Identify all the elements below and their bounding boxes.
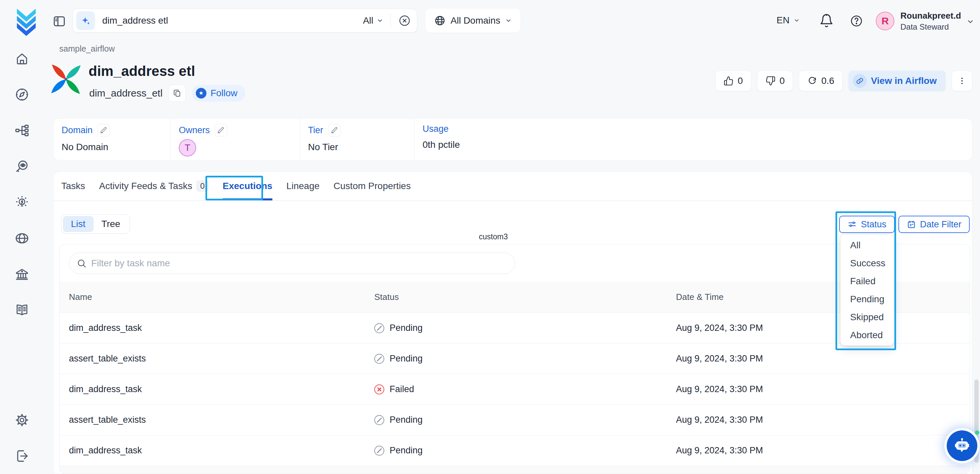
- status-label: Pending: [390, 415, 423, 425]
- score-value: 0.6: [821, 76, 834, 86]
- sidebar-toggle-icon[interactable]: [52, 14, 66, 28]
- notifications-bell-icon[interactable]: [819, 13, 834, 28]
- execution-datetime: Aug 9, 2024, 3:30 PM: [676, 415, 970, 425]
- owners-label: Owners: [179, 125, 210, 135]
- failed-status-icon: [374, 385, 384, 394]
- global-search-input[interactable]: [102, 15, 363, 26]
- entity-content-card: Tasks Activity Feeds & Tasks 0 Execution…: [53, 172, 972, 474]
- sidebar-logout-icon[interactable]: [15, 449, 29, 463]
- page-title: dim_address etl: [89, 63, 195, 79]
- tab-activity-feeds[interactable]: Activity Feeds & Tasks 0: [99, 172, 209, 200]
- owners-section: Owners T: [171, 119, 300, 160]
- domain-value: No Domain: [62, 142, 170, 153]
- copy-icon[interactable]: [169, 84, 186, 102]
- sidebar-insights-bulb-icon[interactable]: [15, 195, 29, 210]
- table-row[interactable]: dim_address_taskPendingAug 9, 2024, 3:30…: [60, 435, 970, 466]
- refresh-icon: [807, 76, 817, 86]
- edit-domain-icon[interactable]: [97, 124, 110, 137]
- more-options-button[interactable]: [952, 71, 972, 91]
- date-filter-button[interactable]: Date Filter: [899, 216, 970, 233]
- global-search-bar: All: [73, 9, 417, 33]
- sidebar-domains-globe-icon[interactable]: [15, 231, 29, 246]
- tab-lineage[interactable]: Lineage: [286, 172, 320, 200]
- domain-label: Domain: [62, 125, 92, 135]
- sidebar-home-icon[interactable]: [15, 51, 29, 66]
- status-label: Pending: [390, 353, 423, 364]
- entity-actions: 0 0 0.6 View in Airflow: [715, 71, 972, 91]
- follow-label: Follow: [210, 88, 237, 99]
- execution-datetime: Aug 9, 2024, 3:30 PM: [676, 353, 970, 364]
- user-avatar-initial: R: [881, 15, 889, 27]
- ai-sparkle-icon[interactable]: [76, 11, 95, 30]
- edit-owners-icon[interactable]: [215, 124, 227, 137]
- status-option-skipped[interactable]: Skipped: [840, 308, 894, 326]
- toggle-list[interactable]: List: [63, 216, 94, 232]
- follow-button[interactable]: Follow: [192, 85, 245, 102]
- table-row[interactable]: dim_address_taskPendingAug 9, 2024, 3:30…: [60, 313, 970, 343]
- external-link-icon: [853, 74, 867, 88]
- table-row[interactable]: dim_address_taskFailedAug 9, 2024, 3:30 …: [60, 374, 970, 404]
- user-menu-chevron-icon[interactable]: [966, 17, 974, 25]
- usage-value: 0th pctile: [423, 140, 972, 150]
- view-in-airflow-button[interactable]: View in Airflow: [848, 71, 946, 91]
- all-domains-dropdown[interactable]: All Domains: [426, 9, 520, 33]
- status-filter-button[interactable]: Status: [839, 216, 895, 233]
- status-cell: Pending: [374, 323, 676, 333]
- column-header-datetime: Date & Time: [676, 292, 970, 302]
- sidebar-observability-icon[interactable]: [15, 159, 29, 174]
- task-filter-input[interactable]: [91, 258, 508, 269]
- app-logo-icon[interactable]: [15, 7, 38, 36]
- edit-tier-icon[interactable]: [328, 124, 340, 137]
- entity-name: dim_address_etl: [89, 87, 162, 99]
- language-selector[interactable]: EN: [776, 15, 800, 25]
- status-option-pending[interactable]: Pending: [840, 290, 894, 308]
- sidebar-govern-bank-icon[interactable]: [15, 267, 29, 282]
- status-option-aborted[interactable]: Aborted: [840, 326, 894, 344]
- task-name: assert_table_exists: [60, 353, 374, 364]
- upvote-button[interactable]: 0: [715, 71, 751, 91]
- sidebar-glossary-book-icon[interactable]: [15, 303, 29, 318]
- tab-custom-properties[interactable]: Custom Properties: [334, 172, 411, 200]
- task-name: dim_address_task: [60, 445, 374, 456]
- tier-section: Tier No Tier: [300, 119, 415, 160]
- downvote-button[interactable]: 0: [757, 71, 793, 91]
- toggle-tree[interactable]: Tree: [94, 216, 129, 232]
- status-label: Pending: [390, 445, 423, 456]
- status-cell: Pending: [374, 353, 676, 364]
- kebab-menu-icon: [958, 76, 966, 85]
- sidebar-lineage-flow-icon[interactable]: [15, 123, 29, 138]
- user-name: Rounakpreet.d: [900, 11, 961, 21]
- owner-avatar[interactable]: T: [179, 139, 196, 156]
- status-label: Failed: [390, 384, 414, 394]
- pending-status-icon: [374, 446, 384, 456]
- tier-value: No Tier: [308, 142, 414, 153]
- search-icon: [76, 258, 87, 268]
- search-clear-icon[interactable]: [398, 14, 411, 27]
- activity-count-badge: 0: [196, 180, 208, 192]
- chatbot-fab-button[interactable]: [947, 430, 977, 461]
- sidebar-explore-compass-icon[interactable]: [15, 87, 29, 102]
- sidebar-settings-gear-icon[interactable]: [15, 413, 29, 428]
- executions-table: Name Status Date & Time dim_address_task…: [60, 282, 970, 474]
- tab-executions[interactable]: Executions: [223, 172, 272, 200]
- table-row[interactable]: assert_table_existsPendingAug 9, 2024, 3…: [60, 343, 970, 374]
- column-header-name: Name: [60, 292, 374, 302]
- task-name: dim_address_task: [60, 323, 374, 333]
- left-sidebar: [0, 41, 44, 474]
- help-icon[interactable]: [850, 14, 863, 28]
- chevron-down-icon: [794, 17, 800, 24]
- tab-tasks[interactable]: Tasks: [61, 172, 85, 200]
- online-status-dot: [975, 430, 979, 435]
- upvote-count: 0: [738, 76, 743, 86]
- status-option-failed[interactable]: Failed: [840, 272, 894, 290]
- status-option-success[interactable]: Success: [840, 254, 894, 272]
- tabs-row: Tasks Activity Feeds & Tasks 0 Execution…: [54, 172, 972, 201]
- breadcrumb[interactable]: sample_airflow: [59, 44, 115, 54]
- table-row[interactable]: assert_table_existsPendingAug 9, 2024, 3…: [60, 404, 970, 435]
- score-button[interactable]: 0.6: [799, 71, 843, 91]
- status-option-all[interactable]: All: [840, 236, 894, 254]
- search-scope-dropdown[interactable]: All: [363, 15, 383, 26]
- chevron-down-icon: [377, 17, 383, 24]
- user-avatar[interactable]: R: [876, 12, 894, 30]
- search-scope-label: All: [363, 15, 373, 26]
